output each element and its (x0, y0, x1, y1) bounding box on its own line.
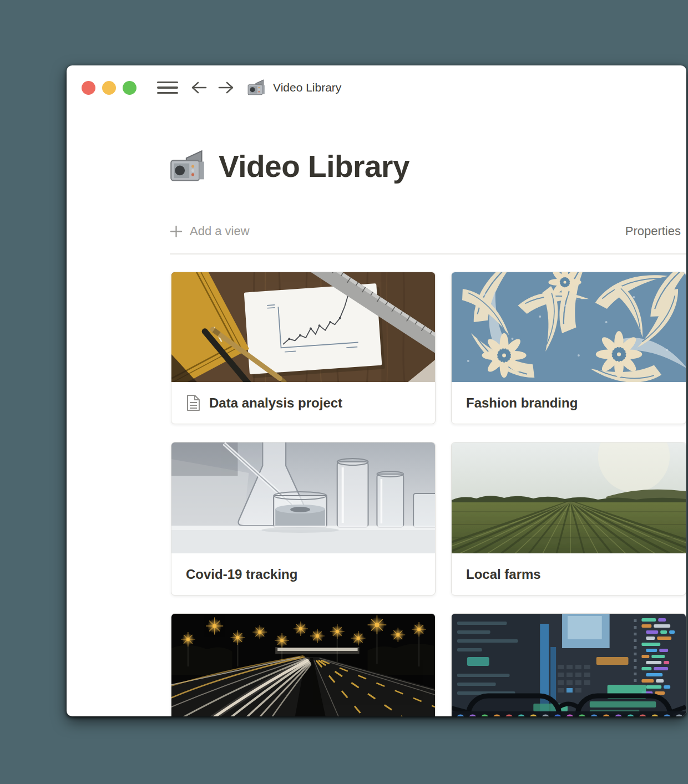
traffic-light-maximize[interactable] (123, 81, 136, 95)
card-code-screen[interactable] (451, 613, 686, 716)
video-camera-icon (247, 79, 266, 96)
card-title: Covid-19 tracking (186, 567, 297, 582)
card-fashion-branding[interactable]: Fashion branding (451, 272, 686, 424)
card-title: Local farms (466, 567, 541, 582)
card-title-row: Covid-19 tracking (171, 553, 435, 595)
lab-glassware-image (171, 442, 435, 553)
titlebar-title: Video Library (273, 81, 341, 94)
card-covid-19-tracking[interactable]: Covid-19 tracking (171, 442, 436, 595)
video-camera-icon (169, 150, 206, 183)
card-title-row: Data analysis project (171, 382, 435, 424)
card-title-row: Local farms (452, 553, 686, 595)
page-title: Video Library (219, 149, 409, 184)
breadcrumb[interactable]: Video Library (247, 79, 341, 96)
card-title-row: Fashion branding (452, 382, 686, 424)
card-local-farms[interactable]: Local farms (451, 442, 686, 595)
header-divider (170, 253, 686, 254)
titlebar: Video Library (82, 79, 677, 96)
card-night-highway[interactable] (171, 613, 436, 716)
floral-pattern-image (452, 272, 686, 382)
add-view-label: Add a view (190, 224, 250, 238)
app-window: Video Library Video Library Add a view P… (67, 65, 686, 716)
code-screen-image (452, 614, 686, 716)
back-arrow-icon[interactable] (189, 80, 209, 95)
forward-arrow-icon[interactable] (216, 80, 236, 95)
farm-field-image (452, 442, 686, 553)
view-controls: Add a view Properties (170, 224, 681, 238)
gallery-grid: Data analysis project (171, 272, 686, 716)
card-title: Fashion branding (466, 395, 578, 411)
properties-button[interactable]: Properties (625, 224, 681, 238)
plus-icon (170, 225, 183, 238)
traffic-light-minimize[interactable] (102, 81, 116, 95)
night-highway-image (171, 614, 435, 716)
document-icon (186, 394, 201, 411)
add-view-button[interactable]: Add a view (170, 224, 250, 238)
desk-chart-image (171, 272, 435, 382)
page-header: Video Library (169, 149, 409, 184)
card-title: Data analysis project (209, 395, 342, 411)
hamburger-menu-icon[interactable] (157, 82, 178, 94)
card-data-analysis-project[interactable]: Data analysis project (171, 272, 436, 424)
traffic-light-close[interactable] (82, 81, 95, 95)
